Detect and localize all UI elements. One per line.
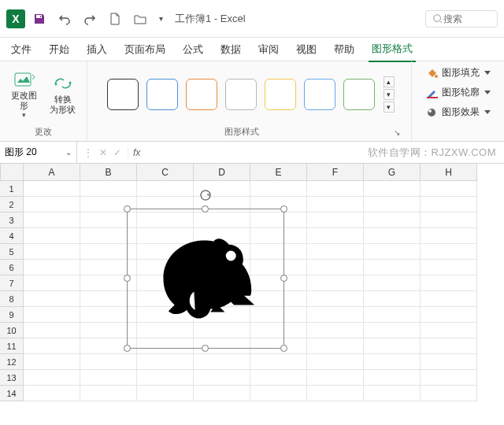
shape-style-4[interactable]	[225, 79, 257, 110]
cell[interactable]	[421, 323, 477, 338]
shape-style-7[interactable]	[343, 79, 375, 110]
cell[interactable]	[137, 386, 194, 401]
cell[interactable]	[421, 291, 477, 307]
resize-handle-bm[interactable]	[202, 345, 209, 352]
cell[interactable]	[137, 181, 194, 197]
frog-icon[interactable]	[155, 229, 258, 323]
row-header[interactable]: 8	[0, 291, 24, 307]
cell[interactable]	[24, 197, 80, 213]
cell[interactable]	[307, 307, 364, 323]
cell[interactable]	[307, 323, 364, 338]
cell[interactable]	[24, 181, 80, 197]
row-header[interactable]: 6	[0, 260, 24, 275]
select-all-corner[interactable]	[0, 164, 24, 181]
cell[interactable]	[80, 370, 137, 386]
resize-handle-bl[interactable]	[124, 345, 131, 352]
name-box[interactable]: ⌄	[0, 142, 77, 163]
cell[interactable]	[421, 260, 477, 275]
styles-dialog-launcher[interactable]: ↘	[389, 125, 405, 139]
shape-outline-button[interactable]: 图形轮廓	[423, 84, 493, 101]
row-header[interactable]: 11	[0, 338, 24, 354]
cell[interactable]	[364, 354, 421, 370]
cell[interactable]	[421, 370, 477, 386]
shape-style-1[interactable]	[107, 79, 139, 110]
cell[interactable]	[194, 370, 250, 386]
cell[interactable]	[364, 197, 421, 213]
column-header[interactable]: D	[194, 164, 250, 181]
tab-file[interactable]: 文件	[8, 38, 35, 61]
fx-icon[interactable]: fx	[128, 147, 145, 158]
enter-formula-button[interactable]: ✓	[113, 147, 121, 158]
cell[interactable]	[364, 213, 421, 228]
cancel-formula-button[interactable]: ✕	[99, 147, 107, 158]
cell[interactable]	[80, 354, 137, 370]
cell[interactable]	[364, 386, 421, 401]
cell[interactable]	[194, 386, 250, 401]
cell[interactable]	[421, 354, 477, 370]
cell[interactable]	[421, 244, 477, 260]
cell[interactable]	[364, 275, 421, 291]
column-header[interactable]: C	[137, 164, 194, 181]
resize-handle-tl[interactable]	[124, 205, 131, 213]
cell[interactable]	[307, 181, 364, 197]
cell[interactable]	[24, 370, 80, 386]
search-input[interactable]	[443, 13, 491, 24]
new-button[interactable]	[104, 8, 126, 30]
cell[interactable]	[364, 260, 421, 275]
tab-data[interactable]: 数据	[217, 38, 244, 61]
cell[interactable]	[24, 323, 80, 338]
cell[interactable]	[137, 370, 194, 386]
cell[interactable]	[24, 338, 80, 354]
column-header[interactable]: B	[80, 164, 137, 181]
cell[interactable]	[421, 386, 477, 401]
styles-gallery-up-button[interactable]: ▴	[384, 76, 395, 87]
row-header[interactable]: 7	[0, 275, 24, 291]
resize-handle-tr[interactable]	[280, 205, 287, 213]
tab-home[interactable]: 开始	[46, 38, 72, 61]
search-box[interactable]	[425, 10, 498, 28]
cell[interactable]	[421, 228, 477, 244]
tab-view[interactable]: 视图	[293, 38, 320, 61]
cell[interactable]	[307, 370, 364, 386]
cell[interactable]	[364, 370, 421, 386]
cells-area[interactable]	[24, 181, 477, 401]
cell[interactable]	[307, 354, 364, 370]
row-header[interactable]: 4	[0, 228, 24, 244]
column-header[interactable]: F	[307, 164, 364, 181]
row-header[interactable]: 14	[0, 386, 24, 401]
row-header[interactable]: 13	[0, 370, 24, 386]
column-header[interactable]: G	[364, 164, 421, 181]
cell[interactable]	[421, 197, 477, 213]
styles-gallery-more-button[interactable]: ▾	[384, 102, 395, 113]
cell[interactable]	[307, 228, 364, 244]
column-header[interactable]: H	[421, 164, 477, 181]
cell[interactable]	[307, 275, 364, 291]
cell[interactable]	[24, 213, 80, 228]
cell[interactable]	[364, 228, 421, 244]
cell[interactable]	[24, 291, 80, 307]
cell[interactable]	[421, 338, 477, 354]
cell[interactable]	[421, 275, 477, 291]
cell[interactable]	[24, 228, 80, 244]
cell[interactable]	[80, 181, 137, 197]
formula-bar-expand-icon[interactable]: ⋮	[83, 147, 93, 158]
row-header[interactable]: 2	[0, 197, 24, 213]
save-button[interactable]	[28, 8, 50, 30]
row-header[interactable]: 5	[0, 244, 24, 260]
tab-shape-format[interactable]: 图形格式	[369, 37, 416, 62]
tab-help[interactable]: 帮助	[331, 38, 358, 61]
column-header[interactable]: E	[250, 164, 307, 181]
cell[interactable]	[194, 354, 250, 370]
cell[interactable]	[250, 386, 307, 401]
name-box-input[interactable]	[5, 147, 52, 158]
cell[interactable]	[250, 354, 307, 370]
cell[interactable]	[307, 291, 364, 307]
cell[interactable]	[307, 213, 364, 228]
shape-style-6[interactable]	[304, 79, 335, 110]
cell[interactable]	[24, 386, 80, 401]
row-header[interactable]: 12	[0, 354, 24, 370]
name-box-dropdown[interactable]: ⌄	[65, 148, 72, 157]
cell[interactable]	[421, 307, 477, 323]
cell[interactable]	[364, 323, 421, 338]
row-header[interactable]: 3	[0, 213, 24, 228]
